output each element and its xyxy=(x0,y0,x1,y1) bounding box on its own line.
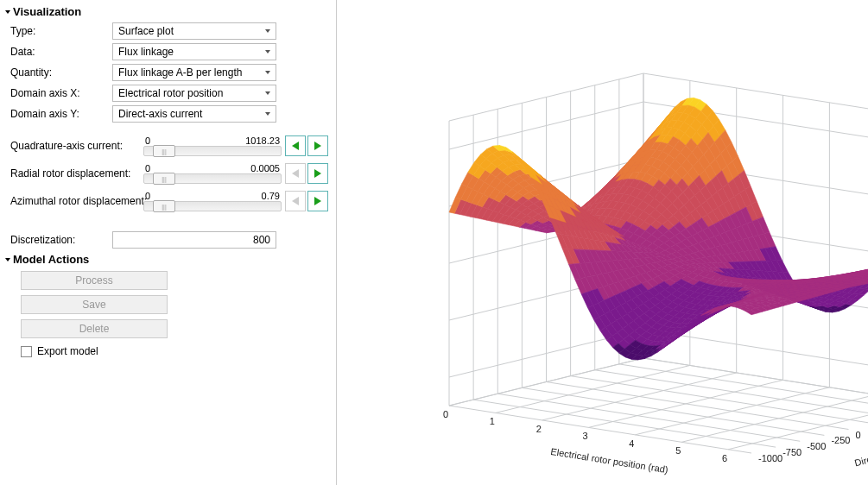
svg-text:0: 0 xyxy=(856,430,861,440)
visualization-title: Visualization xyxy=(13,5,81,18)
slider-thumb[interactable]: ||| xyxy=(153,145,175,157)
svg-text:-750: -750 xyxy=(782,447,801,457)
arrow-right-icon xyxy=(314,197,321,205)
export-model-label: Export model xyxy=(37,345,98,357)
discretization-label: Discretization: xyxy=(5,234,109,246)
radial-prev-button[interactable] xyxy=(285,163,306,184)
type-value: Surface plot xyxy=(118,25,174,37)
azimuthal-min: 0 xyxy=(145,191,150,201)
chevron-down-icon xyxy=(265,112,270,116)
sidebar: Visualization Type: Surface plot Data: F… xyxy=(0,0,337,485)
arrow-left-icon xyxy=(292,197,299,205)
quad-slider-label: Quadrature-axis current: xyxy=(5,140,140,152)
slider-thumb[interactable]: ||| xyxy=(153,173,175,185)
quad-max: 1018.23 xyxy=(245,135,280,146)
arrow-right-icon xyxy=(314,169,321,178)
domain-x-select[interactable]: Electrical rotor position xyxy=(112,85,276,102)
svg-text:5: 5 xyxy=(675,445,681,456)
radial-next-button[interactable] xyxy=(307,163,328,184)
data-value: Flux linkage xyxy=(118,46,174,58)
svg-text:0: 0 xyxy=(443,409,448,419)
svg-line-11 xyxy=(547,382,849,430)
arrow-left-icon xyxy=(292,169,299,178)
quad-prev-button[interactable] xyxy=(285,135,306,156)
domain-x-label: Domain axis X: xyxy=(5,87,109,99)
chevron-down-icon xyxy=(265,91,270,95)
arrow-right-icon xyxy=(314,142,321,150)
svg-line-12 xyxy=(571,376,868,424)
domain-y-select[interactable]: Direct-axis current xyxy=(112,105,276,123)
radial-min: 0 xyxy=(145,163,150,173)
chevron-down-icon xyxy=(265,71,270,74)
svg-line-9 xyxy=(497,394,800,441)
svg-text:Electrical rotor position (rad: Electrical rotor position (rad) xyxy=(550,446,669,475)
svg-line-10 xyxy=(522,387,824,435)
quantity-select[interactable]: Flux linkage A-B per length xyxy=(112,64,276,81)
save-button[interactable]: Save xyxy=(21,295,168,314)
discretization-input[interactable] xyxy=(112,231,276,249)
model-actions-title: Model Actions xyxy=(13,253,89,266)
radial-slider-label: Radial rotor displacement: xyxy=(5,167,140,180)
chevron-down-icon xyxy=(265,29,270,33)
caret-down-icon xyxy=(5,258,10,261)
svg-line-13 xyxy=(595,370,868,418)
svg-text:2: 2 xyxy=(536,424,542,434)
domain-x-value: Electrical rotor position xyxy=(118,87,223,99)
azimuthal-next-button[interactable] xyxy=(307,191,328,211)
quad-slider[interactable]: ||| xyxy=(143,146,282,156)
radial-slider[interactable]: ||| xyxy=(143,173,282,184)
quantity-value: Flux linkage A-B per length xyxy=(118,66,242,79)
quantity-label: Quantity: xyxy=(5,66,109,79)
type-label: Type: xyxy=(5,25,109,37)
domain-y-value: Direct-axis current xyxy=(118,108,202,120)
domain-y-label: Domain axis Y: xyxy=(5,108,109,120)
azimuthal-max: 0.79 xyxy=(262,191,280,201)
svg-text:6: 6 xyxy=(722,453,727,463)
process-button[interactable]: Process xyxy=(21,271,168,290)
azimuthal-slider[interactable]: ||| xyxy=(143,201,282,211)
svg-line-7 xyxy=(449,406,751,453)
caret-down-icon xyxy=(5,10,10,14)
delete-button[interactable]: Delete xyxy=(21,319,168,338)
svg-text:-250: -250 xyxy=(831,435,850,445)
data-select[interactable]: Flux linkage xyxy=(112,43,276,60)
azimuthal-slider-label: Azimuthal rotor displacement: xyxy=(5,195,140,207)
export-model-checkbox[interactable] xyxy=(21,346,32,357)
svg-text:1: 1 xyxy=(490,416,495,426)
azimuthal-prev-button[interactable] xyxy=(285,191,306,211)
svg-text:-1000: -1000 xyxy=(758,453,782,463)
slider-thumb[interactable]: ||| xyxy=(153,200,175,212)
model-actions-header[interactable]: Model Actions xyxy=(5,253,331,266)
svg-line-15 xyxy=(643,358,868,406)
svg-text:-500: -500 xyxy=(807,441,826,451)
chevron-down-icon xyxy=(265,50,270,54)
quad-next-button[interactable] xyxy=(307,135,328,156)
type-select[interactable]: Surface plot xyxy=(112,22,276,40)
visualization-header[interactable]: Visualization xyxy=(5,5,331,18)
data-label: Data: xyxy=(5,46,109,58)
quad-min: 0 xyxy=(145,135,150,146)
svg-text:Direct-axis current (A): Direct-axis current (A) xyxy=(853,436,868,469)
svg-text:3: 3 xyxy=(582,431,587,441)
radial-max: 0.0005 xyxy=(250,163,280,173)
svg-line-8 xyxy=(473,400,776,447)
svg-text:4: 4 xyxy=(629,438,634,449)
svg-line-37 xyxy=(643,358,868,406)
arrow-left-icon xyxy=(292,142,299,150)
surface-chart[interactable]: 0123456-1000-750-500-25002505007501000-2… xyxy=(337,0,868,485)
